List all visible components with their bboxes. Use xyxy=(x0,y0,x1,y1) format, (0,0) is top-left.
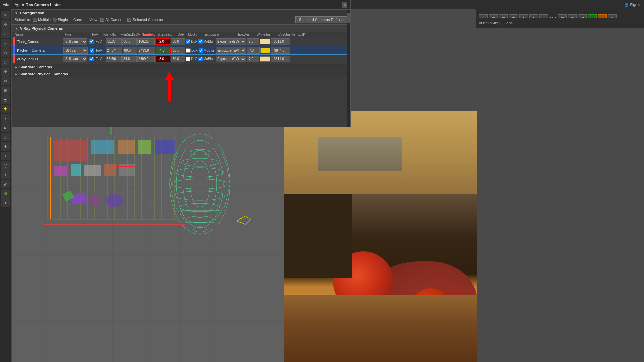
kitchen-dof-checkbox[interactable] xyxy=(186,48,191,53)
single-radio[interactable]: Single xyxy=(53,18,68,22)
selected-cameras-checkbox[interactable]: Selected Cameras xyxy=(127,18,163,22)
sidebar-icon-leaf[interactable]: 🌿 xyxy=(1,189,10,198)
floor-moblur-checkbox[interactable] xyxy=(198,39,203,44)
selected-cameras-label: Selected Cameras xyxy=(132,18,163,22)
kitchen-dof-label: DoF xyxy=(186,48,198,53)
kitchen-flength-field[interactable] xyxy=(106,47,122,54)
svg-point-59 xyxy=(190,149,210,155)
vray001-temp-field[interactable] xyxy=(271,56,290,62)
sidebar-icon-light[interactable]: 💡 xyxy=(1,105,10,113)
multiple-label: Multiple xyxy=(38,18,51,22)
kitchen-fnumber-field[interactable] xyxy=(156,47,171,54)
sidebar-icon-link[interactable]: 🔗 xyxy=(1,67,10,76)
cameras-view-group: Cameras View: All Cameras Selected Camer… xyxy=(73,18,163,22)
svg-point-55 xyxy=(170,134,230,234)
floor-filmsp-field[interactable] xyxy=(122,38,137,45)
vray001-fov-checkbox[interactable] xyxy=(89,57,94,61)
floor-expval-field[interactable] xyxy=(247,38,259,45)
sidebar-icon-sun[interactable]: ☀ xyxy=(1,152,10,160)
sidebar-icon-render[interactable]: ▶ xyxy=(1,123,10,132)
sidebar-icon-material[interactable]: ● xyxy=(1,114,10,123)
sidebar-icon-arrow[interactable]: ↖ xyxy=(1,11,10,19)
floor-dof-checkbox[interactable] xyxy=(186,39,190,44)
vray001-moblur-checkbox[interactable] xyxy=(198,57,203,61)
vray001-camera-type[interactable]: Still cam xyxy=(63,56,87,62)
sidebar-icon-circle[interactable]: ◯ xyxy=(1,161,10,170)
sidebar-icon-transform[interactable]: ⬡ xyxy=(1,48,10,57)
options-label: ions xyxy=(506,21,513,25)
sidebar-icon-select[interactable]: ⬚ xyxy=(1,58,10,66)
vray001-filmsp-field[interactable] xyxy=(122,56,137,62)
sidebar-icon-settings[interactable]: ⚙ xyxy=(1,142,10,151)
dialog-close-button[interactable]: ✕ xyxy=(342,2,347,8)
config-row: Selection: Multiple Single Cameras View:… xyxy=(15,16,347,23)
sidebar-icon-weld[interactable]: ✦ xyxy=(1,170,10,179)
vray001-fnumber-field[interactable] xyxy=(155,56,170,62)
selected-cameras-checkbox-input[interactable] xyxy=(127,18,131,22)
vray001-exposure-select[interactable]: Expos...e (EV) xyxy=(216,56,246,62)
row-indicator-vray001 xyxy=(13,55,15,63)
vray001-flength-field[interactable] xyxy=(106,56,122,62)
vray001-whitebal-swatch[interactable] xyxy=(260,56,270,62)
sidebar-icon-move[interactable]: ✛ xyxy=(1,20,10,29)
sidebar-icon-camera[interactable]: 📷 xyxy=(1,95,10,104)
floor-temp-field[interactable] xyxy=(271,38,290,45)
all-cameras-checkbox[interactable]: All Cameras xyxy=(100,18,125,22)
svg-rect-40 xyxy=(91,140,114,154)
sidebar-icon-geometry[interactable]: △ xyxy=(1,133,10,141)
sign-in-button[interactable]: 👤 Sign In xyxy=(624,3,641,7)
floor-flength-field[interactable] xyxy=(106,38,122,45)
sidebar-icon-rotate[interactable]: ↻ xyxy=(1,29,10,38)
dialog-titlebar: 📷 V-Ray Camera Lister ✕ xyxy=(12,0,350,10)
sidebar-icon-paint[interactable]: 🖌 xyxy=(1,180,10,188)
kitchen-iso-field[interactable] xyxy=(138,47,155,54)
menu-file[interactable]: File xyxy=(3,2,9,7)
svg-line-73 xyxy=(175,206,186,223)
kitchen-moblur-checkbox[interactable] xyxy=(199,48,203,53)
std-cameras-collapse-icon[interactable]: ▶ xyxy=(15,65,17,69)
kitchen-exposure-select[interactable]: Expos...e (EV) xyxy=(216,47,246,54)
sidebar-icon-vr[interactable]: 👁 xyxy=(1,198,10,207)
selection-group: Selection: Multiple Single xyxy=(15,18,68,22)
multiple-checkbox-input[interactable] xyxy=(33,18,37,22)
vray001-shspeed-field[interactable] xyxy=(171,56,185,62)
vray001-expval-field[interactable] xyxy=(247,56,259,62)
vray001-dof-checkbox[interactable] xyxy=(186,57,190,61)
col-whitebal: White bal: xyxy=(257,33,278,36)
col-exposure: Exposure: xyxy=(205,33,238,36)
vray001-iso-field[interactable] xyxy=(137,56,155,62)
config-collapse-icon[interactable]: ▼ xyxy=(15,11,18,15)
floor-iso-field[interactable] xyxy=(137,38,155,45)
viewport-main xyxy=(12,120,285,362)
single-label: Single xyxy=(58,18,68,22)
sidebar-icon-hierarchy[interactable]: ⊞ xyxy=(1,86,10,95)
cameras-table-header: Name: Type: FoV F.length: FilmSp.ISO F-N… xyxy=(12,32,350,37)
svg-rect-41 xyxy=(118,140,135,154)
scrollbar-thumb[interactable] xyxy=(347,13,350,23)
single-radio-input[interactable] xyxy=(53,18,57,22)
vray001-moblur-label: MoBlur xyxy=(198,57,215,61)
floor-whitebal-swatch[interactable] xyxy=(260,39,270,44)
kitchen-shspeed-field[interactable] xyxy=(171,47,185,54)
col-expval: Exp.Val.: xyxy=(238,33,257,36)
kitchen-camera-type[interactable]: Still cam xyxy=(63,47,88,54)
sidebar-icon-unlink[interactable]: ⛓ xyxy=(1,76,10,85)
floor-camera-type[interactable]: Still cam xyxy=(63,38,87,45)
all-cameras-checkbox-input[interactable] xyxy=(100,18,104,22)
kitchen-temp-field[interactable] xyxy=(271,47,290,54)
vray-physical-cameras-header[interactable]: ▼ V-Ray Physical Cameras xyxy=(12,25,350,32)
kitchen-filmsp-field[interactable] xyxy=(123,47,137,54)
sidebar-icon-scale[interactable]: ⤢ xyxy=(1,39,10,48)
kitchen-whitebal-swatch[interactable] xyxy=(260,48,270,53)
dialog-scrollbar[interactable] xyxy=(347,10,350,127)
floor-exposure-select[interactable]: Expos...e (EV) xyxy=(216,38,246,45)
kitchen-moblur-label: MoBlur xyxy=(199,48,215,53)
std-cameras-refresh-button[interactable]: Standard Cameras Refresh xyxy=(295,16,347,23)
kitchen-expval-field[interactable] xyxy=(247,47,260,54)
floor-shspeed-field[interactable] xyxy=(171,38,185,45)
multiple-checkbox[interactable]: Multiple xyxy=(33,18,51,22)
floor-fnumber-field[interactable] xyxy=(155,38,170,45)
kitchen-camera-fov-checkbox[interactable] xyxy=(90,48,94,53)
floor-camera-fov-checkbox[interactable] xyxy=(89,39,94,44)
std-phys-cameras-collapse-icon[interactable]: ▶ xyxy=(15,72,17,76)
